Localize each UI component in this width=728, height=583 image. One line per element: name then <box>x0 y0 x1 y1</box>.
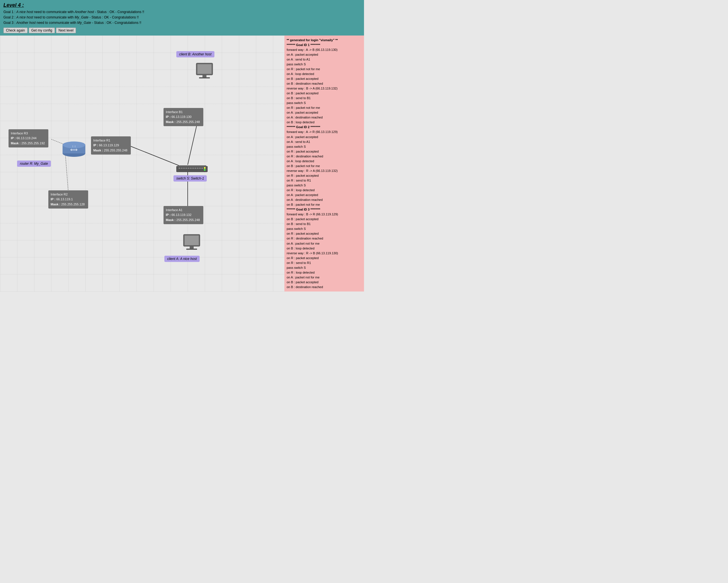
svg-rect-32 <box>186 249 197 250</box>
goal2-line: Goal 2 : A nice host need to communicate… <box>3 15 361 20</box>
log-line: on R : packet accepted <box>287 149 362 154</box>
svg-rect-18 <box>194 168 196 169</box>
interface-r3: Interface R3 IP : 66.13.119.244 Mask : 2… <box>8 129 48 148</box>
svg-rect-16 <box>190 168 192 169</box>
log-line: ** generated for login "vismaily" ** <box>287 38 362 43</box>
log-line: pass switch S <box>287 266 362 270</box>
log-line: on B : packet accepted <box>287 77 362 81</box>
log-line: on B : destination reached <box>287 81 362 86</box>
network-canvas: client B: Another host Interface B1 IP :… <box>0 35 284 292</box>
log-line: pass switch S <box>287 183 362 188</box>
svg-rect-19 <box>197 168 199 169</box>
svg-rect-8 <box>199 77 210 78</box>
svg-rect-17 <box>192 168 194 169</box>
log-content: ** generated for login "vismaily" ******… <box>287 38 362 289</box>
log-line: on B : send to B1 <box>287 96 362 101</box>
log-line: on A : packet accepted <box>287 193 362 197</box>
log-line: on A : send to A1 <box>287 57 362 62</box>
svg-rect-31 <box>190 246 194 249</box>
svg-rect-10 <box>178 165 206 167</box>
svg-rect-11 <box>179 168 180 169</box>
svg-point-22 <box>204 169 206 171</box>
interface-a1: Interface A1 IP : 66.13.119.132 Mask : 2… <box>163 206 203 224</box>
log-line: on A : packet accepted <box>287 135 362 139</box>
goals-section: Goal 1 : A nice host need to communicate… <box>3 9 361 26</box>
log-line: on B : loop detected <box>287 246 362 251</box>
log-line: pass switch S <box>287 101 362 105</box>
svg-rect-7 <box>203 75 206 77</box>
log-line: on B : send to B1 <box>287 222 362 226</box>
log-line: pass switch S <box>287 144 362 149</box>
switch-s-device <box>176 165 202 173</box>
log-line: on R : packet not for me <box>287 105 362 110</box>
action-buttons: Check again Get my config Next level <box>3 28 361 33</box>
log-line: ******* Goal ID 1 ******** <box>287 43 362 48</box>
log-line: on R : loop detected <box>287 270 362 275</box>
next-level-button[interactable]: Next level <box>56 28 76 33</box>
log-line: on B : packet accepted <box>287 91 362 96</box>
log-line: on A : packet not for me <box>287 241 362 246</box>
header: Level 4 : Goal 1 : A nice host need to c… <box>0 0 364 35</box>
log-line: forward way : B -> R (66.13.119.129) <box>287 212 362 217</box>
switch-s-label: switch S: Switch-1 <box>174 175 207 182</box>
log-line: on A : loop detected <box>287 159 362 164</box>
interface-r1-name: Interface R1 <box>93 138 129 143</box>
svg-rect-14 <box>185 168 187 169</box>
log-line: on R : packet accepted <box>287 173 362 178</box>
page-title: Level 4 : <box>3 2 361 8</box>
check-again-button[interactable]: Check again <box>3 28 28 33</box>
log-line: on R : destination reached <box>287 236 362 241</box>
log-line: on A : packet accepted <box>287 52 362 57</box>
log-line: reverse way : R -> B (66.13.119.130) <box>287 251 362 256</box>
log-line: on A : loop detected <box>287 72 362 77</box>
log-line: on B : packet accepted <box>287 280 362 285</box>
log-line: on R : destination reached <box>287 154 362 159</box>
svg-text:⟺: ⟺ <box>70 147 78 152</box>
log-line: on B : packet accepted <box>287 217 362 222</box>
log-line: on A : send to A1 <box>287 139 362 144</box>
log-line: reverse way : R -> A (66.13.119.132) <box>287 168 362 173</box>
log-line: pass switch S <box>287 62 362 67</box>
client-a-label: client A: A nice host <box>164 256 200 262</box>
log-line: on B : destination reached <box>287 285 362 289</box>
svg-rect-15 <box>188 168 189 169</box>
log-line: forward way : A -> B (66.13.119.130) <box>287 48 362 52</box>
log-line: on A : packet not for me <box>287 275 362 280</box>
log-line: on B : packet not for me <box>287 164 362 168</box>
client-b-label: client B: Another host <box>176 51 214 57</box>
log-line: on R : packet accepted <box>287 256 362 260</box>
interface-b1-name: Interface B1 <box>166 110 201 115</box>
svg-text:↕ ↕: ↕ ↕ <box>72 145 76 148</box>
interface-r2-name: Interface R2 <box>51 192 86 197</box>
svg-point-23 <box>204 167 206 169</box>
log-line: on R : loop detected <box>287 188 362 193</box>
log-sidebar[interactable]: ** generated for login "vismaily" ******… <box>284 35 364 292</box>
interface-b1: Interface B1 IP : 66.13.119.130 Mask : 2… <box>163 108 203 127</box>
log-line: on B : loop detected <box>287 120 362 125</box>
log-line: on R : packet accepted <box>287 231 362 236</box>
svg-line-0 <box>131 146 181 166</box>
router-r-device: ⟺ ↕ ↕ <box>60 136 82 154</box>
svg-rect-30 <box>185 235 199 245</box>
log-line: ******* Goal ID 2 ******** <box>287 125 362 130</box>
log-line: on R : send to R1 <box>287 178 362 183</box>
svg-rect-13 <box>183 168 185 169</box>
svg-rect-6 <box>197 64 212 74</box>
svg-rect-9 <box>176 166 208 172</box>
log-line: forward way : A -> R (66.13.119.129) <box>287 130 362 134</box>
get-config-button[interactable]: Get my config <box>29 28 55 33</box>
log-line: reverse way : B -> A (66.13.119.132) <box>287 86 362 91</box>
log-line: on R : packet not for me <box>287 67 362 72</box>
client-b-computer <box>193 62 216 82</box>
interface-a1-name: Interface A1 <box>166 208 201 213</box>
log-line: on B : packet not for me <box>287 202 362 207</box>
log-line: on A : packet accepted <box>287 110 362 115</box>
svg-rect-12 <box>181 168 183 169</box>
log-line: ******* Goal ID 3 ******** <box>287 207 362 212</box>
goal1-line: Goal 1 : A nice host need to communicate… <box>3 9 361 15</box>
log-line: on R : send to R1 <box>287 260 362 266</box>
log-line: on A : destination reached <box>287 115 362 120</box>
router-r-label: router R: My_Gate <box>17 161 51 167</box>
interface-r3-name: Interface R3 <box>11 131 46 136</box>
interface-r1: Interface R1 IP : 66.13.119.129 Mask : 2… <box>91 136 131 155</box>
